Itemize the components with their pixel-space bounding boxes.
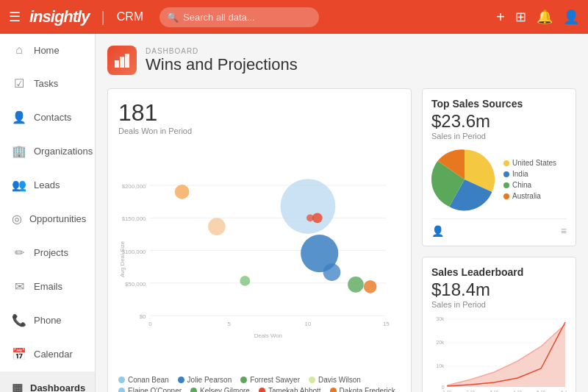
line-chart-svg: 30k 20k 10k 0 <box>431 313 567 392</box>
nav-divider: | <box>101 9 104 26</box>
calendar-icon: 📅 <box>12 347 26 361</box>
app-section-label: CRM <box>117 10 143 24</box>
bell-icon[interactable]: 🔔 <box>537 9 553 25</box>
sidebar-label-calendar: Calendar <box>34 349 73 360</box>
sidebar-item-opportunities[interactable]: ◎ Opportunities <box>0 202 95 236</box>
legend-label-7: Forrest Sawyer <box>250 376 300 384</box>
pie-label-australia: Australia <box>512 192 541 200</box>
svg-text:10k: 10k <box>437 363 445 368</box>
home-icon: ⌂ <box>12 43 26 57</box>
sidebar-item-emails[interactable]: ✉ Emails <box>0 270 95 304</box>
emails-icon: ✉ <box>12 279 26 293</box>
bubble-chart-panel: 181 Deals Won in Period $200,000 $150,00… <box>107 88 412 392</box>
sidebar-label-tasks: Tasks <box>34 78 58 89</box>
legend-dot-10 <box>330 388 337 392</box>
sidebar-label-leads: Leads <box>34 179 60 190</box>
search-input[interactable] <box>159 7 319 27</box>
svg-text:$200,000: $200,000 <box>122 183 146 190</box>
bubble-chart-svg: $200,000 $150,000 $100,000 $50,000 $0 Av… <box>118 141 401 370</box>
legend-item-5: Kelsey Gilmore <box>190 387 250 392</box>
top-navigation: ☰ insightly | CRM 🔍 + ⊞ 🔔 👤 <box>0 0 588 34</box>
top-sales-panel: Top Sales Sources $23.6m Sales in Period <box>422 88 576 246</box>
search-container: 🔍 <box>159 7 319 27</box>
pie-dot-us <box>503 160 509 166</box>
user-icon[interactable]: 👤 <box>563 9 579 25</box>
svg-text:$0: $0 <box>140 313 146 320</box>
chart-legend: Conan Bean Jolie Pearson Forrest Sawyer … <box>118 376 401 392</box>
pie-legend-china: China <box>503 181 556 189</box>
panels-row: 181 Deals Won in Period $200,000 $150,00… <box>107 88 576 392</box>
person-icon-top-right[interactable]: 👤 <box>431 225 444 237</box>
sidebar-label-dashboards: Dashboards <box>30 382 85 392</box>
menu-icon-top-right[interactable]: ≡ <box>561 225 567 237</box>
projects-icon: ✏ <box>12 246 26 260</box>
legend-dot-7 <box>240 377 247 383</box>
legend-item-8: Tamekah Abbott <box>259 387 321 392</box>
search-icon: 🔍 <box>167 12 179 23</box>
legend-dot-9 <box>309 377 315 383</box>
legend-item-10: Dakota Frederick <box>330 387 395 392</box>
leaderboard-substat: Sales in Period <box>431 300 567 309</box>
svg-rect-0 <box>115 60 119 68</box>
legend-label-2: Elaine O'Conner <box>128 387 182 392</box>
legend-item-1: Conan Bean <box>118 376 169 384</box>
svg-rect-1 <box>120 57 124 68</box>
sidebar-label-home: Home <box>34 45 60 56</box>
bubble-3 <box>208 218 226 235</box>
pie-dot-india <box>503 171 509 177</box>
organizations-icon: 🏢 <box>12 144 26 158</box>
pie-chart-area: United States India China <box>431 146 567 213</box>
sidebar-item-tasks[interactable]: ☑ Tasks <box>0 67 95 101</box>
dashboard-title-block: DASHBOARD Wins and Projections <box>146 47 298 74</box>
sidebar-label-contacts: Contacts <box>34 112 71 123</box>
sidebar-item-projects[interactable]: ✏ Projects <box>0 236 95 270</box>
bubble-6 <box>323 263 341 281</box>
legend-dot-2 <box>118 388 125 392</box>
add-icon[interactable]: + <box>496 9 505 26</box>
legend-label-10: Dakota Frederick <box>340 387 395 392</box>
sidebar-item-dashboards[interactable]: ▦ Dashboards <box>0 371 95 392</box>
pie-label-india: India <box>512 170 528 178</box>
svg-text:5: 5 <box>227 321 231 327</box>
sidebar-item-calendar[interactable]: 📅 Calendar <box>0 338 95 371</box>
grid-icon[interactable]: ⊞ <box>515 9 526 25</box>
legend-item-4: Jolie Pearson <box>178 376 232 384</box>
sidebar-item-phone[interactable]: 📞 Phone <box>0 304 95 338</box>
leads-icon: 👥 <box>12 178 26 192</box>
bubble-7 <box>312 213 323 223</box>
leaderboard-stat: $18.4m <box>431 279 567 300</box>
svg-text:0: 0 <box>148 321 152 327</box>
dashboard-header: DASHBOARD Wins and Projections <box>107 46 576 75</box>
sidebar-item-home[interactable]: ⌂ Home <box>0 34 95 67</box>
legend-label-5: Kelsey Gilmore <box>200 387 250 392</box>
pie-legend-us: United States <box>503 159 556 167</box>
sidebar-item-contacts[interactable]: 👤 Contacts <box>0 101 95 135</box>
svg-text:10: 10 <box>305 321 312 327</box>
main-layout: ⌂ Home ☑ Tasks 👤 Contacts 🏢 Organization… <box>0 34 588 392</box>
sidebar-label-organizations: Organizations <box>34 146 93 157</box>
sidebar-label-projects: Projects <box>34 247 68 258</box>
deals-won-label: Deals Won in Period <box>118 126 401 135</box>
sales-leaderboard-panel: Sales Leaderboard $18.4m Sales in Period… <box>422 257 576 392</box>
legend-dot-5 <box>190 388 197 392</box>
svg-text:30k: 30k <box>437 316 445 321</box>
contacts-icon: 👤 <box>12 110 26 124</box>
pie-label-us: United States <box>512 159 556 167</box>
pie-legend: United States India China <box>503 159 556 200</box>
right-panels: Top Sales Sources $23.6m Sales in Period <box>422 88 576 392</box>
legend-item-2: Elaine O'Conner <box>118 387 182 392</box>
bubble-9 <box>364 280 377 293</box>
bubble-10 <box>306 214 314 221</box>
bubble-2 <box>175 185 190 199</box>
sidebar-item-leads[interactable]: 👥 Leads <box>0 168 95 202</box>
sidebar-label-opportunities: Opportunities <box>29 213 86 224</box>
svg-text:$50,000: $50,000 <box>125 281 146 288</box>
main-content: DASHBOARD Wins and Projections 181 Deals… <box>96 34 588 392</box>
sidebar-item-organizations[interactable]: 🏢 Organizations <box>0 135 95 168</box>
app-logo: insightly <box>29 7 89 26</box>
svg-text:$150,000: $150,000 <box>122 215 146 222</box>
panel-footer-top-right: 👤 ≡ <box>431 218 567 237</box>
legend-dot-4 <box>178 377 184 383</box>
svg-text:20k: 20k <box>437 340 445 345</box>
hamburger-menu[interactable]: ☰ <box>9 9 21 25</box>
